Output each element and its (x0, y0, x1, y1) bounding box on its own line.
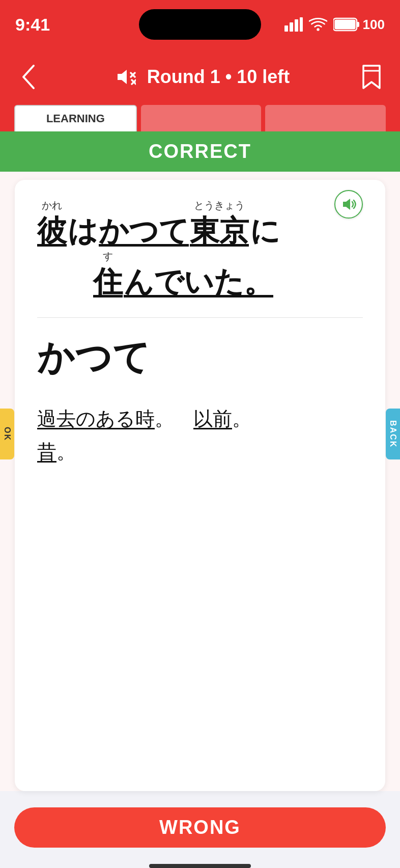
kanji-group-tokyo: とうきょう 東京 (190, 200, 249, 251)
correct-banner: CORRECT (0, 131, 400, 172)
audio-play-button[interactable] (334, 190, 363, 219)
signal-icon (284, 17, 303, 32)
nav-title: Round 1 • 10 left (147, 66, 290, 88)
home-indicator (149, 864, 251, 868)
nav-bar: Round 1 • 10 left (0, 49, 400, 105)
kanji-group-ndeita: んでいた。 (124, 251, 273, 302)
status-icons: 100 (284, 17, 385, 33)
kanji-group-katsute: かつて (99, 200, 189, 251)
back-button[interactable] (14, 63, 43, 91)
svg-rect-2 (295, 19, 298, 32)
sentence-section: かれ 彼 は かつて とうきょう 東京 (37, 200, 363, 302)
kanji-group-ha: は (68, 200, 98, 251)
svg-rect-3 (300, 17, 303, 32)
wrong-button[interactable]: WRONG (14, 807, 386, 848)
tab-learning[interactable]: LEARNING (14, 105, 137, 131)
status-time: 9:41 (15, 15, 50, 35)
sentence-divider (37, 317, 363, 318)
mute-button[interactable] (110, 63, 139, 91)
kanji-group-su: す 住 (93, 251, 123, 302)
definition-section: 過去のある時。 以前。 昔。 (37, 402, 363, 468)
tab-3 (265, 105, 386, 131)
svg-rect-7 (357, 22, 359, 27)
definition-line-2: 昔。 (37, 436, 363, 469)
svg-rect-6 (334, 20, 355, 30)
progress-area: LEARNING (0, 105, 400, 131)
tab-2 (141, 105, 262, 131)
bottom-area: WRONG (0, 791, 400, 868)
dynamic-island (139, 9, 261, 40)
battery-icon: 100 (333, 17, 385, 33)
status-bar: 9:41 100 (0, 0, 400, 49)
back-side-button[interactable]: BACK (386, 409, 400, 459)
ok-side-button[interactable]: OK (0, 409, 14, 459)
kanji-group-kare: かれ 彼 (37, 200, 67, 251)
definition-line-1: 過去のある時。 以前。 (37, 402, 363, 436)
bookmark-button[interactable] (357, 63, 386, 91)
svg-point-4 (317, 28, 319, 31)
main-card: かれ 彼 は かつて とうきょう 東京 (15, 180, 385, 791)
vocab-word: かつて (37, 333, 363, 382)
svg-rect-1 (290, 22, 293, 32)
progress-tabs: LEARNING (14, 105, 386, 131)
wifi-icon (309, 17, 327, 32)
kanji-group-ni: に (250, 200, 280, 251)
card-wrapper: かれ 彼 は かつて とうきょう 東京 (0, 172, 400, 791)
svg-rect-0 (284, 25, 288, 32)
